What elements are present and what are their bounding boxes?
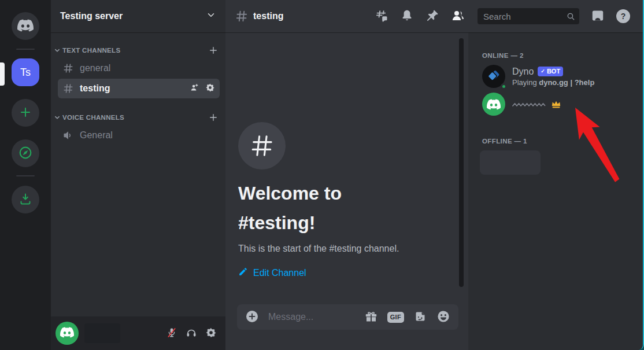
edit-channel-label: Edit Channel [253, 268, 306, 278]
members-icon [451, 9, 466, 24]
section-text-channels[interactable]: TEXT CHANNELS [51, 43, 225, 58]
help-button[interactable]: ? [616, 9, 630, 23]
section-label: VOICE CHANNELS [62, 114, 124, 121]
main-column: testing [225, 0, 643, 350]
bell-icon [400, 9, 414, 24]
welcome-hash-icon [238, 122, 286, 170]
discord-home-button[interactable] [12, 12, 39, 40]
redacted-username-scribble [512, 99, 546, 109]
edit-channel-gear-icon[interactable] [205, 83, 215, 95]
member-info: Dyno ✓BOT Playing dyno.gg | ?help [512, 67, 594, 87]
add-server-button[interactable] [12, 99, 39, 127]
explore-servers-button[interactable] [12, 139, 39, 167]
message-composer[interactable]: GIF [237, 304, 458, 330]
member-info [512, 99, 561, 109]
voice-channel-general[interactable]: General [58, 126, 220, 145]
section-voice-channels[interactable]: VOICE CHANNELS [51, 110, 225, 125]
download-apps-button[interactable] [12, 186, 39, 213]
online-group-header: ONLINE — 2 [482, 52, 637, 59]
threads-button[interactable] [375, 9, 388, 24]
microphone-muted-icon [166, 327, 177, 340]
emoji-picker-button[interactable] [436, 310, 450, 325]
notifications-button[interactable] [400, 9, 414, 24]
rail-divider [16, 175, 35, 176]
channel-actions [190, 83, 215, 95]
member-list-toggle-button[interactable] [451, 9, 466, 24]
chevron-down-icon [54, 112, 60, 123]
channel-sidebar: Testing server TEXT CHANNELS general [51, 0, 225, 350]
message-input[interactable] [267, 311, 356, 323]
server-icon-testing-server[interactable]: Ts [12, 58, 39, 86]
attach-button[interactable] [245, 310, 259, 325]
composer-buttons: GIF [364, 310, 450, 325]
welcome-title: Welcome to #testing! [238, 179, 406, 238]
channel-general[interactable]: general [58, 58, 220, 78]
hash-icon [62, 83, 74, 94]
download-icon [18, 192, 32, 208]
plus-circle-icon [245, 310, 259, 325]
member-row-owner[interactable] [478, 90, 637, 118]
channel-title: testing [253, 11, 283, 21]
redacted-offline-member [480, 150, 541, 175]
server-owner-crown-icon [551, 100, 561, 109]
inbox-button[interactable] [591, 9, 605, 24]
gif-icon: GIF [387, 312, 404, 323]
sticker-picker-button[interactable] [413, 310, 427, 325]
channel-welcome: Welcome to #testing! This is the start o… [238, 122, 452, 279]
channel-name: general [80, 63, 110, 73]
search-box[interactable] [478, 8, 579, 24]
channel-testing[interactable]: testing [58, 79, 220, 98]
speaker-icon [62, 130, 74, 141]
create-channel-icon[interactable] [208, 112, 219, 123]
main-body: Welcome to #testing! This is the start o… [225, 32, 643, 350]
channel-name: General [80, 130, 113, 141]
server-name: Testing server [60, 11, 123, 21]
user-settings-button[interactable] [201, 324, 221, 342]
inbox-icon [591, 9, 605, 24]
hash-icon [235, 9, 249, 23]
verified-check-icon: ✓ [541, 69, 545, 75]
active-server-pill [0, 62, 5, 86]
bot-badge: ✓BOT [538, 67, 563, 76]
create-channel-icon[interactable] [208, 45, 219, 56]
gear-icon [205, 327, 217, 340]
header-toolbar: ? [375, 8, 630, 24]
sticker-icon [413, 310, 427, 325]
member-name: Dyno [512, 67, 534, 77]
section-label: TEXT CHANNELS [62, 47, 120, 54]
server-initials: Ts [20, 67, 31, 79]
discord-app: Ts Testing server [0, 0, 644, 350]
headphones-icon [186, 327, 197, 340]
server-header[interactable]: Testing server [51, 0, 225, 32]
user-panel [51, 316, 225, 350]
dyno-avatar [482, 65, 505, 88]
deafen-button[interactable] [182, 324, 201, 342]
offline-group-header: OFFLINE — 1 [482, 138, 637, 145]
redacted-username [84, 323, 120, 343]
invite-people-icon[interactable] [190, 83, 199, 95]
mute-microphone-button[interactable] [162, 324, 182, 342]
search-input[interactable] [482, 11, 562, 22]
question-mark-icon: ? [621, 12, 626, 21]
edit-channel-link[interactable]: Edit Channel [238, 267, 306, 279]
chevron-down-icon [206, 10, 216, 23]
emoji-smile-icon [436, 310, 450, 325]
server-rail: Ts [0, 0, 51, 350]
channel-list: TEXT CHANNELS general testing [51, 32, 225, 316]
gif-picker-button[interactable]: GIF [387, 312, 404, 323]
chat-scrollbar[interactable] [459, 38, 464, 287]
chevron-down-icon [54, 45, 60, 56]
compass-icon [18, 145, 33, 162]
discord-logo-icon [60, 327, 74, 340]
plus-icon [18, 105, 32, 121]
gift-button[interactable] [364, 310, 378, 325]
member-activity: Playing dyno.gg | ?help [512, 78, 594, 87]
user-panel-controls [162, 324, 221, 342]
pencil-icon [238, 267, 248, 279]
rail-divider [16, 49, 35, 50]
discord-logo-icon [17, 19, 34, 34]
member-list: ONLINE — 2 Dyno ✓BOT Playing dyno.gg | ?… [468, 32, 643, 350]
pinned-messages-button[interactable] [425, 9, 439, 24]
member-row-dyno[interactable]: Dyno ✓BOT Playing dyno.gg | ?help [478, 62, 637, 90]
user-avatar[interactable] [55, 322, 79, 345]
